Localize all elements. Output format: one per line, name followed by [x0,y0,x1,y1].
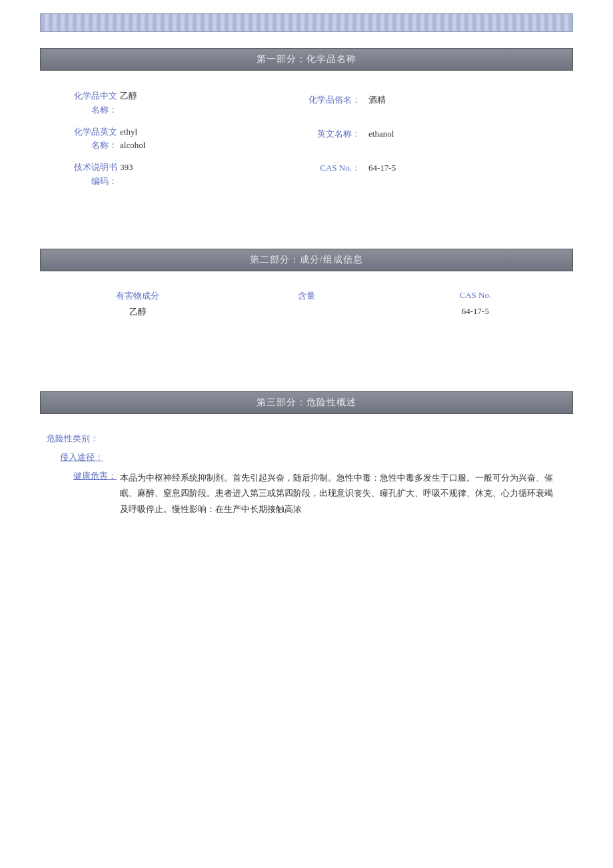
chinese-name-field: 化学品中文 名称： 乙醇 [47,89,303,117]
danger-category-field: 危险性类别： [47,433,560,445]
part2-table: 有害物成分 含量 CAS No. 乙醇 64-17-5 [40,285,573,331]
invasion-field: 侵入途径： [47,451,560,463]
english-name2-value: ethanol [363,127,394,141]
manual-code-field: 技术说明书 编码： 393 [47,161,303,189]
col-header-cas: CAS No. [391,290,560,302]
common-name-value: 酒精 [363,93,386,107]
row1-content [222,306,390,318]
section-3-title: 第三部分：危险性概述 [257,397,356,407]
common-name-field: 化学品俗名： 酒精 [303,93,560,107]
cas-value: 64-17-5 [363,161,396,175]
part3-content: 危险性类别： 侵入途径： 健康危害： 本品为中枢神经系统抑制剂。首先引起兴奋，随… [40,427,573,537]
health-hazard-label: 健康危害： [47,470,120,482]
part1-right: 化学品俗名： 酒精 英文名称： ethanol CAS No.： [303,89,560,189]
col-header-content: 含量 [222,290,390,302]
cas-field: CAS No.： 64-17-5 [303,161,560,175]
english-name2-label: 英文名称： [303,127,363,141]
part2-row-1: 乙醇 64-17-5 [53,306,560,318]
manual-code-value: 393 [120,161,133,175]
section-1: 第一部分：化学品名称 化学品中文 名称： 乙醇 化学品英文 名称： [40,48,573,202]
top-banner [40,13,573,32]
english-name-label: 化学品英文 名称： [47,125,120,153]
health-hazard-text: 本品为中枢神经系统抑制剂。首先引起兴奋，随后抑制。急性中毒：急性中毒多发生于口服… [120,470,560,517]
invasion-label: 侵入途径： [60,451,103,463]
danger-category-label: 危险性类别： [47,433,99,445]
chinese-name-value: 乙醇 [120,89,137,103]
part1-content: 化学品中文 名称： 乙醇 化学品英文 名称： ethyl alcohol [40,84,573,202]
section-3: 第三部分：危险性概述 危险性类别： 侵入途径： 健康危害： 本品为中枢神经系统抑… [40,391,573,537]
part1-left: 化学品中文 名称： 乙醇 化学品英文 名称： ethyl alcohol [47,89,303,189]
section-2-header: 第二部分：成分/组成信息 [40,249,573,271]
section-2-title: 第二部分：成分/组成信息 [250,255,363,265]
col-header-name: 有害物成分 [53,290,222,302]
english-name-value: ethyl alcohol [120,125,145,153]
part2-column-headers: 有害物成分 含量 CAS No. [53,290,560,302]
section-1-header: 第一部分：化学品名称 [40,48,573,71]
english-name2-field: 英文名称： ethanol [303,127,560,141]
common-name-label: 化学品俗名： [303,93,363,107]
row1-cas: 64-17-5 [391,306,560,318]
section-3-header: 第三部分：危险性概述 [40,391,573,414]
english-name-field: 化学品英文 名称： ethyl alcohol [47,125,303,153]
chinese-name-label: 化学品中文 名称： [47,89,120,117]
section-1-title: 第一部分：化学品名称 [257,54,356,64]
cas-label: CAS No.： [303,161,363,175]
manual-code-label: 技术说明书 编码： [47,161,120,189]
health-hazard-field: 健康危害： 本品为中枢神经系统抑制剂。首先引起兴奋，随后抑制。急性中毒：急性中毒… [47,470,560,517]
row1-name: 乙醇 [53,306,222,318]
section-2: 第二部分：成分/组成信息 有害物成分 含量 CAS No. 乙醇 64-17-5 [40,249,573,331]
